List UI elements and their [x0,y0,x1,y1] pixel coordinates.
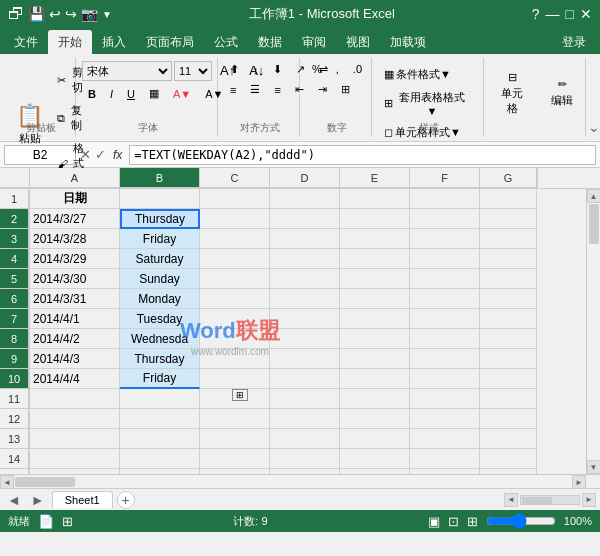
cell-c3[interactable] [200,229,270,249]
tab-file[interactable]: 文件 [4,30,48,54]
cell-e2[interactable] [340,209,410,229]
view-normal[interactable]: ▣ [428,514,440,529]
align-bottom-button[interactable]: ⬇ [267,60,288,79]
cell-d13[interactable] [270,429,340,449]
cell-a13[interactable] [30,429,120,449]
cell-c8[interactable] [200,329,270,349]
cell-a14[interactable] [30,449,120,469]
auto-fill-options[interactable]: ⊞ [232,389,248,401]
col-header-f[interactable]: F [410,168,480,188]
scroll-down-arrow[interactable]: ▼ [587,460,601,474]
underline-button[interactable]: U [121,85,141,103]
cell-a10[interactable]: 2014/4/4 [30,369,120,389]
row-header-10[interactable]: 10 [0,369,29,389]
cell-e6[interactable] [340,289,410,309]
cell-e13[interactable] [340,429,410,449]
tab-view[interactable]: 视图 [336,30,380,54]
quick-undo[interactable]: ↩ [49,6,61,22]
tab-formulas[interactable]: 公式 [204,30,248,54]
cell-g8[interactable] [480,329,537,349]
quick-save[interactable]: 💾 [28,6,45,22]
align-top-button[interactable]: ⬆ [224,60,245,79]
quick-redo[interactable]: ↪ [65,6,77,22]
cell-b7[interactable]: Tuesday [120,309,200,329]
align-left-button[interactable]: ≡ [224,81,242,99]
decrease-decimal-button[interactable]: .0 [347,60,368,78]
tab-data[interactable]: 数据 [248,30,292,54]
cell-d10[interactable] [270,369,340,389]
font-size-select[interactable]: 11 [174,61,212,81]
cell-a7[interactable]: 2014/4/1 [30,309,120,329]
table-format-button[interactable]: ⊞ 套用表格格式▼ [378,87,475,120]
row-header-1[interactable]: 1 [0,189,29,209]
row-header-7[interactable]: 7 [0,309,29,329]
vertical-scrollbar[interactable]: ▲ ▼ [586,189,600,474]
cell-f1[interactable] [410,189,480,209]
cell-b14[interactable] [120,449,200,469]
cell-g3[interactable] [480,229,537,249]
quick-camera[interactable]: 📷 [81,6,98,22]
cell-c2[interactable] [200,209,270,229]
bold-button[interactable]: B [82,85,102,103]
restore-button[interactable]: □ [566,6,574,22]
number-format-button[interactable]: % [306,60,328,78]
tab-login[interactable]: 登录 [552,30,596,54]
cell-c12[interactable] [200,409,270,429]
cell-d1[interactable] [270,189,340,209]
tab-scroll-thumb[interactable] [522,497,552,505]
cell-c14[interactable] [200,449,270,469]
cell-b6[interactable]: Monday [120,289,200,309]
help-button[interactable]: ? [532,6,540,22]
cell-d8[interactable] [270,329,340,349]
cell-g1[interactable] [480,189,537,209]
cell-d7[interactable] [270,309,340,329]
row-header-6[interactable]: 6 [0,289,29,309]
zoom-slider[interactable] [486,513,556,529]
tab-review[interactable]: 审阅 [292,30,336,54]
cell-g4[interactable] [480,249,537,269]
row-header-11[interactable]: 11 [0,389,29,409]
cell-c6[interactable] [200,289,270,309]
row-header-13[interactable]: 13 [0,429,29,449]
cell-e3[interactable] [340,229,410,249]
cell-c10[interactable] [200,369,270,389]
scroll-thumb-h[interactable] [15,477,75,487]
cell-f11[interactable] [410,389,480,409]
cell-b5[interactable]: Sunday [120,269,200,289]
col-header-d[interactable]: D [270,168,340,188]
comma-button[interactable]: , [330,60,345,78]
italic-button[interactable]: I [104,85,119,103]
col-header-e[interactable]: E [340,168,410,188]
cell-b3[interactable]: Friday [120,229,200,249]
scroll-right-arrow[interactable]: ► [572,475,586,489]
sheet-tab-prev[interactable]: ◄ [4,492,24,508]
cell-c1[interactable] [200,189,270,209]
cell-b2[interactable]: Thursday [120,209,200,229]
border-button[interactable]: ▦ [143,84,165,103]
cell-b9[interactable]: Thursday [120,349,200,369]
col-header-c[interactable]: C [200,168,270,188]
cell-f12[interactable] [410,409,480,429]
cell-d4[interactable] [270,249,340,269]
tab-pagelayout[interactable]: 页面布局 [136,30,204,54]
cell-b4[interactable]: Saturday [120,249,200,269]
cell-a2[interactable]: 2014/3/27 [30,209,120,229]
cell-f6[interactable] [410,289,480,309]
cell-d2[interactable] [270,209,340,229]
row-header-12[interactable]: 12 [0,409,29,429]
close-button[interactable]: ✕ [580,6,592,22]
cell-f4[interactable] [410,249,480,269]
col-header-a[interactable]: A [30,168,120,188]
quick-dropdown[interactable]: ▼ [102,9,112,20]
cell-b10[interactable]: Friday [120,369,200,389]
cell-a11[interactable] [30,389,120,409]
cell-a1[interactable]: 日期 [30,189,120,209]
cell-e9[interactable] [340,349,410,369]
cell-d12[interactable] [270,409,340,429]
cell-f13[interactable] [410,429,480,449]
cell-c13[interactable] [200,429,270,449]
row-header-2[interactable]: 2 [0,209,29,229]
align-middle-button[interactable]: ↕ [247,61,265,79]
cell-a9[interactable]: 2014/4/3 [30,349,120,369]
cell-e12[interactable] [340,409,410,429]
